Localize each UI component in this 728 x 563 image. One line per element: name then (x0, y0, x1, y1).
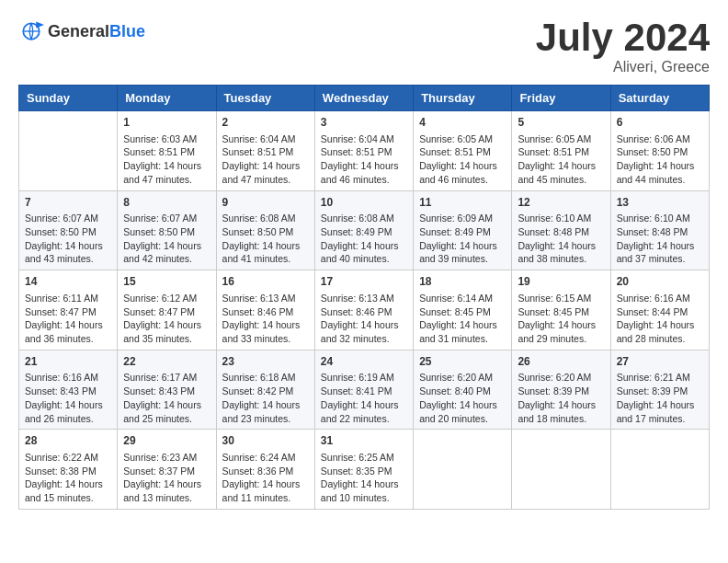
day-info: Sunrise: 6:05 AMSunset: 8:51 PMDaylight:… (419, 132, 506, 187)
day-number: 6 (617, 115, 703, 131)
calendar-cell: 5Sunrise: 6:05 AMSunset: 8:51 PMDaylight… (512, 111, 610, 191)
calendar-cell: 8Sunrise: 6:07 AMSunset: 8:50 PMDaylight… (118, 190, 216, 270)
day-number: 1 (123, 115, 210, 131)
day-number: 4 (419, 115, 506, 131)
day-info: Sunrise: 6:07 AMSunset: 8:50 PMDaylight:… (25, 212, 111, 266)
day-info: Sunrise: 6:10 AMSunset: 8:48 PMDaylight:… (617, 212, 703, 266)
svg-marker-3 (36, 22, 44, 29)
day-info: Sunrise: 6:18 AMSunset: 8:42 PMDaylight:… (222, 371, 309, 425)
calendar-cell: 30Sunrise: 6:24 AMSunset: 8:36 PMDayligh… (216, 430, 314, 510)
calendar-week-row: 28Sunrise: 6:22 AMSunset: 8:38 PMDayligh… (19, 430, 710, 510)
day-info: Sunrise: 6:05 AMSunset: 8:51 PMDaylight:… (518, 132, 604, 187)
calendar-cell: 6Sunrise: 6:06 AMSunset: 8:50 PMDaylight… (610, 111, 709, 191)
day-info: Sunrise: 6:25 AMSunset: 8:35 PMDaylight:… (321, 451, 407, 505)
calendar-cell: 22Sunrise: 6:17 AMSunset: 8:43 PMDayligh… (118, 350, 216, 430)
calendar-cell: 20Sunrise: 6:16 AMSunset: 8:44 PMDayligh… (610, 270, 709, 350)
calendar-cell: 7Sunrise: 6:07 AMSunset: 8:50 PMDaylight… (19, 190, 118, 270)
day-number: 23 (222, 354, 309, 370)
weekday-header-thursday: Thursday (414, 86, 512, 111)
day-number: 9 (222, 195, 309, 211)
calendar-cell: 18Sunrise: 6:14 AMSunset: 8:45 PMDayligh… (414, 270, 512, 350)
day-number: 25 (419, 354, 506, 370)
title-block: July 2024 Aliveri, Greece (536, 18, 710, 75)
day-info: Sunrise: 6:04 AMSunset: 8:51 PMDaylight:… (321, 132, 407, 187)
day-number: 8 (123, 195, 210, 211)
day-number: 3 (321, 115, 407, 131)
day-number: 10 (321, 195, 407, 211)
calendar-cell: 29Sunrise: 6:23 AMSunset: 8:37 PMDayligh… (118, 430, 216, 510)
day-info: Sunrise: 6:16 AMSunset: 8:43 PMDaylight:… (25, 371, 111, 425)
day-info: Sunrise: 6:09 AMSunset: 8:49 PMDaylight:… (419, 212, 506, 266)
calendar-cell: 25Sunrise: 6:20 AMSunset: 8:40 PMDayligh… (414, 350, 512, 430)
logo-icon (18, 18, 44, 44)
calendar-cell: 23Sunrise: 6:18 AMSunset: 8:42 PMDayligh… (216, 350, 314, 430)
logo-text: GeneralBlue (48, 22, 145, 41)
calendar-cell: 13Sunrise: 6:10 AMSunset: 8:48 PMDayligh… (610, 190, 709, 270)
day-info: Sunrise: 6:15 AMSunset: 8:45 PMDaylight:… (518, 292, 604, 346)
calendar-cell (19, 111, 118, 191)
day-info: Sunrise: 6:20 AMSunset: 8:39 PMDaylight:… (518, 371, 604, 425)
calendar-week-row: 1Sunrise: 6:03 AMSunset: 8:51 PMDaylight… (19, 111, 710, 191)
calendar-location: Aliveri, Greece (536, 59, 710, 75)
page-header: GeneralBlue July 2024 Aliveri, Greece (18, 18, 710, 75)
calendar-cell (512, 430, 610, 510)
calendar-table: SundayMondayTuesdayWednesdayThursdayFrid… (18, 85, 710, 510)
day-number: 31 (321, 433, 407, 449)
weekday-header-sunday: Sunday (19, 86, 118, 111)
day-info: Sunrise: 6:10 AMSunset: 8:48 PMDaylight:… (518, 212, 604, 266)
calendar-cell: 14Sunrise: 6:11 AMSunset: 8:47 PMDayligh… (19, 270, 118, 350)
logo-general: General (48, 22, 109, 40)
day-number: 26 (518, 354, 604, 370)
calendar-cell: 4Sunrise: 6:05 AMSunset: 8:51 PMDaylight… (414, 111, 512, 191)
calendar-cell (610, 430, 709, 510)
day-number: 29 (123, 433, 210, 449)
calendar-cell: 15Sunrise: 6:12 AMSunset: 8:47 PMDayligh… (118, 270, 216, 350)
day-number: 18 (419, 274, 506, 290)
calendar-week-row: 7Sunrise: 6:07 AMSunset: 8:50 PMDaylight… (19, 190, 710, 270)
day-number: 2 (222, 115, 309, 131)
calendar-week-row: 14Sunrise: 6:11 AMSunset: 8:47 PMDayligh… (19, 270, 710, 350)
day-info: Sunrise: 6:14 AMSunset: 8:45 PMDaylight:… (419, 292, 506, 346)
calendar-cell: 31Sunrise: 6:25 AMSunset: 8:35 PMDayligh… (314, 430, 413, 510)
day-info: Sunrise: 6:22 AMSunset: 8:38 PMDaylight:… (25, 451, 111, 505)
day-info: Sunrise: 6:13 AMSunset: 8:46 PMDaylight:… (321, 292, 407, 346)
calendar-cell: 9Sunrise: 6:08 AMSunset: 8:50 PMDaylight… (216, 190, 314, 270)
day-number: 22 (123, 354, 210, 370)
weekday-header-saturday: Saturday (610, 86, 709, 111)
day-info: Sunrise: 6:06 AMSunset: 8:50 PMDaylight:… (617, 132, 703, 187)
day-info: Sunrise: 6:21 AMSunset: 8:39 PMDaylight:… (617, 371, 703, 425)
day-number: 24 (321, 354, 407, 370)
day-number: 13 (617, 195, 703, 211)
weekday-header-tuesday: Tuesday (216, 86, 314, 111)
weekday-header-monday: Monday (118, 86, 216, 111)
day-number: 30 (222, 433, 309, 449)
day-info: Sunrise: 6:11 AMSunset: 8:47 PMDaylight:… (25, 292, 111, 346)
day-info: Sunrise: 6:12 AMSunset: 8:47 PMDaylight:… (123, 292, 210, 346)
calendar-cell: 1Sunrise: 6:03 AMSunset: 8:51 PMDaylight… (118, 111, 216, 191)
calendar-cell: 11Sunrise: 6:09 AMSunset: 8:49 PMDayligh… (414, 190, 512, 270)
calendar-title: July 2024 (536, 18, 710, 57)
logo-blue: Blue (109, 22, 145, 40)
day-info: Sunrise: 6:23 AMSunset: 8:37 PMDaylight:… (123, 451, 210, 505)
calendar-cell: 19Sunrise: 6:15 AMSunset: 8:45 PMDayligh… (512, 270, 610, 350)
day-number: 7 (25, 195, 111, 211)
day-number: 19 (518, 274, 604, 290)
calendar-cell: 17Sunrise: 6:13 AMSunset: 8:46 PMDayligh… (314, 270, 413, 350)
weekday-header-row: SundayMondayTuesdayWednesdayThursdayFrid… (19, 86, 710, 111)
day-info: Sunrise: 6:04 AMSunset: 8:51 PMDaylight:… (222, 132, 309, 187)
day-info: Sunrise: 6:19 AMSunset: 8:41 PMDaylight:… (321, 371, 407, 425)
day-number: 17 (321, 274, 407, 290)
day-number: 21 (25, 354, 111, 370)
day-number: 5 (518, 115, 604, 131)
calendar-cell: 2Sunrise: 6:04 AMSunset: 8:51 PMDaylight… (216, 111, 314, 191)
day-number: 27 (617, 354, 703, 370)
calendar-cell: 21Sunrise: 6:16 AMSunset: 8:43 PMDayligh… (19, 350, 118, 430)
day-number: 12 (518, 195, 604, 211)
calendar-cell: 16Sunrise: 6:13 AMSunset: 8:46 PMDayligh… (216, 270, 314, 350)
calendar-cell (414, 430, 512, 510)
day-number: 28 (25, 433, 111, 449)
day-number: 16 (222, 274, 309, 290)
calendar-cell: 12Sunrise: 6:10 AMSunset: 8:48 PMDayligh… (512, 190, 610, 270)
day-info: Sunrise: 6:20 AMSunset: 8:40 PMDaylight:… (419, 371, 506, 425)
calendar-cell: 27Sunrise: 6:21 AMSunset: 8:39 PMDayligh… (610, 350, 709, 430)
